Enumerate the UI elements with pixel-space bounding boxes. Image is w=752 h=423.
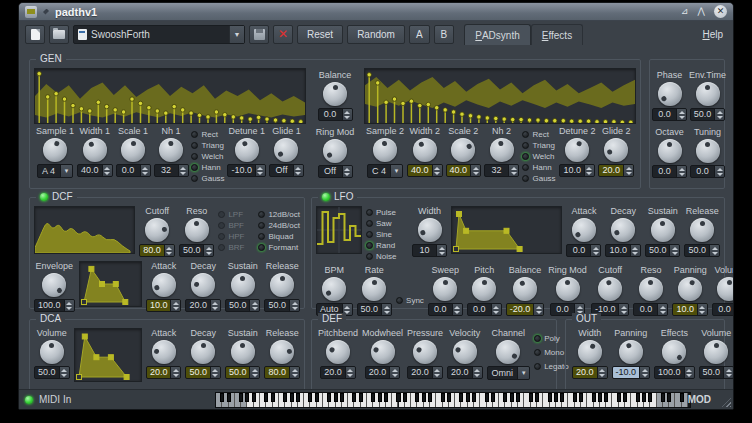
lfo-sine-radio[interactable]: Sine (366, 230, 408, 239)
lfo-sustain-spin-arrows-icon[interactable] (669, 245, 679, 256)
open-preset-button[interactable] (49, 25, 69, 44)
dca-sustain-spin-arrows-icon[interactable] (249, 367, 259, 378)
black-key[interactable] (422, 393, 426, 402)
gen-phase-knob[interactable] (658, 82, 682, 106)
dcf-decay-spin-arrows-icon[interactable] (210, 300, 220, 311)
black-key[interactable] (491, 393, 495, 402)
black-key[interactable] (296, 393, 300, 402)
gen-octave-spin-arrows-icon[interactable] (676, 166, 686, 177)
dca-attack-spin-arrows-icon[interactable] (170, 367, 180, 378)
lfo-sustain-spinbox[interactable]: 50.0 (645, 244, 681, 257)
black-key[interactable] (327, 393, 331, 402)
gen-tuning-spinbox[interactable]: 0.0 (690, 165, 725, 178)
gen1-glide-1-spin-arrows-icon[interactable] (293, 165, 303, 176)
dcf-24db-oct-radio[interactable]: 24dB/oct (258, 221, 300, 230)
dcf-reso-knob[interactable] (185, 218, 209, 242)
dcf-cutoff-knob[interactable] (145, 218, 169, 242)
gen2-width-2-spinbox[interactable]: 40.0 (407, 164, 443, 177)
black-key[interactable] (661, 393, 665, 402)
dca-envelope-display[interactable] (74, 328, 142, 382)
dca-volume-knob[interactable] (40, 340, 64, 364)
lfo-release-knob[interactable] (690, 218, 714, 242)
out-effects-spinbox[interactable]: 100.0 (654, 366, 695, 379)
black-key[interactable] (378, 393, 382, 402)
gen1-glide-1-spinbox[interactable]: Off (269, 164, 304, 177)
dcf-envelope-knob[interactable] (42, 273, 66, 297)
out-width-spinbox[interactable]: 20.0 (572, 366, 608, 379)
lfo-attack-knob[interactable] (572, 218, 596, 242)
lfo-balance-spinbox[interactable]: -20.0 (506, 303, 545, 316)
out-volume-spinbox[interactable]: 50.0 (699, 366, 734, 379)
dcf-led[interactable] (40, 193, 48, 201)
lfo-release-spinbox[interactable]: 50.0 (684, 244, 720, 257)
black-key[interactable] (396, 393, 400, 402)
lfo-envelope-display[interactable] (451, 206, 562, 254)
virtual-keyboard[interactable] (215, 392, 691, 408)
gen-harmonics-display-2[interactable] (364, 68, 636, 124)
def-pressure-knob[interactable] (413, 340, 437, 364)
out-effects-spin-arrows-icon[interactable] (684, 367, 694, 378)
preset-combobox[interactable]: SwooshForth ▼ (73, 25, 245, 44)
out-volume-knob[interactable] (704, 340, 728, 364)
random-button[interactable]: Random (347, 25, 405, 44)
gen-env-time-knob[interactable] (696, 82, 720, 106)
dcf-attack-knob[interactable] (152, 273, 176, 297)
dcf-envelope-spin-arrows-icon[interactable] (64, 300, 74, 311)
black-key[interactable] (472, 393, 476, 402)
out-width-spin-arrows-icon[interactable] (597, 367, 607, 378)
black-key[interactable] (560, 393, 564, 402)
gen-tuning-knob[interactable] (696, 139, 720, 163)
lfo-attack-spinbox[interactable]: 0.0 (566, 244, 601, 257)
dcf-12db-oct-radio[interactable]: 12dB/oct (258, 210, 300, 219)
dcf-filter-display[interactable] (34, 206, 135, 254)
lfo-volume-knob[interactable] (717, 277, 734, 301)
black-key[interactable] (352, 393, 356, 402)
black-key[interactable] (516, 393, 520, 402)
def-channel-dropdown-arrow-icon[interactable]: ▼ (517, 367, 529, 379)
save-preset-button[interactable] (249, 25, 269, 44)
lfo-saw-radio[interactable]: Saw (366, 219, 408, 228)
lfo-rate-spin-arrows-icon[interactable] (381, 304, 391, 315)
black-key[interactable] (667, 393, 671, 402)
black-key[interactable] (466, 393, 470, 402)
gen1-scale-1-spin-arrows-icon[interactable] (140, 165, 150, 176)
def-modwheel-knob[interactable] (371, 340, 395, 364)
gen-phase-spin-arrows-icon[interactable] (676, 109, 686, 120)
black-key[interactable] (447, 393, 451, 402)
black-key[interactable] (415, 393, 419, 402)
lfo-pitch-spinbox[interactable]: 0.0 (467, 303, 502, 316)
dcf-release-knob[interactable] (270, 273, 294, 297)
lfo-pitch-spin-arrows-icon[interactable] (491, 304, 501, 315)
dca-release-spin-arrows-icon[interactable] (289, 367, 299, 378)
lfo-width-spin-arrows-icon[interactable] (436, 245, 446, 256)
gen2-rect-radio[interactable]: Rect (522, 130, 555, 139)
lfo-cutoff-knob[interactable] (598, 277, 622, 301)
black-key[interactable] (554, 393, 558, 402)
gen2-glide-2-spinbox[interactable]: 20.0 (598, 164, 634, 177)
maximize-button[interactable]: ⋀ (698, 7, 705, 16)
black-key[interactable] (441, 393, 445, 402)
gen2-hann-radio[interactable]: Hann (522, 163, 555, 172)
tab-padsynth[interactable]: PADsynth (464, 24, 530, 45)
dca-volume-spin-arrows-icon[interactable] (59, 367, 69, 378)
dcf-attack-spin-arrows-icon[interactable] (170, 300, 180, 311)
dcf-decay-knob[interactable] (191, 273, 215, 297)
gen-env-time-spinbox[interactable]: 50.0 (690, 108, 726, 121)
lfo-noise-radio[interactable]: Noise (366, 252, 408, 261)
dca-release-knob[interactable] (270, 340, 294, 364)
lfo-attack-spin-arrows-icon[interactable] (590, 245, 600, 256)
dcf-attack-spinbox[interactable]: 10.0 (146, 299, 182, 312)
dca-sustain-spinbox[interactable]: 50.0 (225, 366, 261, 379)
lfo-reso-spin-arrows-icon[interactable] (657, 304, 667, 315)
gen1-sample-1-combobox[interactable]: A 4▼ (37, 164, 73, 178)
dcf-formant-radio[interactable]: Formant (258, 243, 300, 252)
gen2-nh-2-knob[interactable] (490, 138, 514, 162)
gen-balance-spin-arrows-icon[interactable] (342, 109, 352, 120)
gen1-nh-1-spin-arrows-icon[interactable] (178, 165, 188, 176)
gen2-sample-2-dropdown-arrow-icon[interactable]: ▼ (390, 165, 402, 177)
dcf-cutoff-spinbox[interactable]: 80.0 (139, 244, 175, 257)
black-key[interactable] (573, 393, 577, 402)
dcf-cutoff-spin-arrows-icon[interactable] (164, 245, 174, 256)
lfo-pulse-radio[interactable]: Pulse (366, 208, 408, 217)
lfo-sweep-spin-arrows-icon[interactable] (452, 304, 462, 315)
